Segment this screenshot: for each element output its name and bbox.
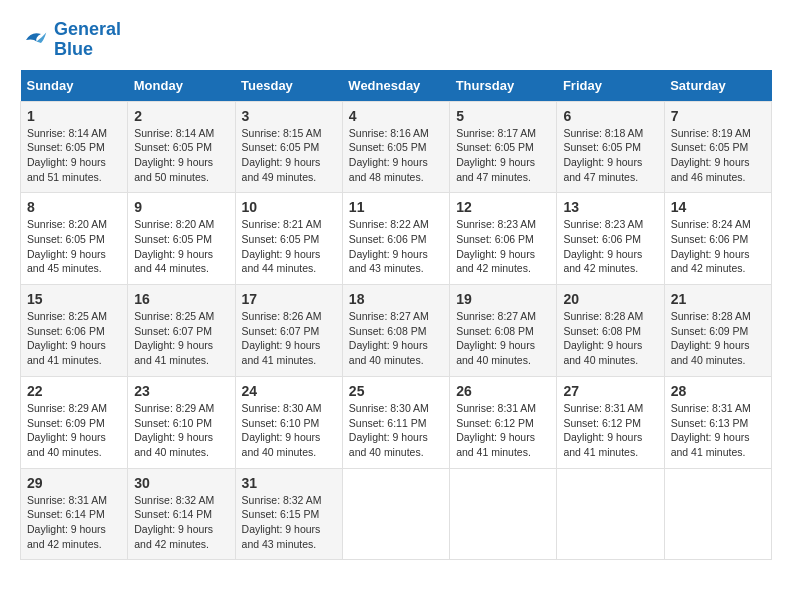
calendar-week-row: 15 Sunrise: 8:25 AM Sunset: 6:06 PM Dayl… [21, 285, 772, 377]
day-number: 25 [349, 383, 443, 399]
calendar-cell: 30 Sunrise: 8:32 AM Sunset: 6:14 PM Dayl… [128, 468, 235, 560]
header-friday: Friday [557, 70, 664, 102]
day-number: 2 [134, 108, 228, 124]
calendar-cell: 28 Sunrise: 8:31 AM Sunset: 6:13 PM Dayl… [664, 376, 771, 468]
day-number: 30 [134, 475, 228, 491]
calendar-cell: 3 Sunrise: 8:15 AM Sunset: 6:05 PM Dayli… [235, 101, 342, 193]
calendar-cell: 14 Sunrise: 8:24 AM Sunset: 6:06 PM Dayl… [664, 193, 771, 285]
day-number: 5 [456, 108, 550, 124]
calendar-table: SundayMondayTuesdayWednesdayThursdayFrid… [20, 70, 772, 561]
day-info: Sunrise: 8:25 AM Sunset: 6:06 PM Dayligh… [27, 309, 121, 368]
day-number: 9 [134, 199, 228, 215]
day-number: 21 [671, 291, 765, 307]
calendar-cell: 27 Sunrise: 8:31 AM Sunset: 6:12 PM Dayl… [557, 376, 664, 468]
day-info: Sunrise: 8:20 AM Sunset: 6:05 PM Dayligh… [27, 217, 121, 276]
day-info: Sunrise: 8:21 AM Sunset: 6:05 PM Dayligh… [242, 217, 336, 276]
day-number: 7 [671, 108, 765, 124]
day-info: Sunrise: 8:29 AM Sunset: 6:09 PM Dayligh… [27, 401, 121, 460]
calendar-week-row: 22 Sunrise: 8:29 AM Sunset: 6:09 PM Dayl… [21, 376, 772, 468]
calendar-cell: 4 Sunrise: 8:16 AM Sunset: 6:05 PM Dayli… [342, 101, 449, 193]
day-info: Sunrise: 8:27 AM Sunset: 6:08 PM Dayligh… [456, 309, 550, 368]
day-info: Sunrise: 8:29 AM Sunset: 6:10 PM Dayligh… [134, 401, 228, 460]
day-number: 13 [563, 199, 657, 215]
header-tuesday: Tuesday [235, 70, 342, 102]
day-info: Sunrise: 8:32 AM Sunset: 6:14 PM Dayligh… [134, 493, 228, 552]
calendar-cell: 26 Sunrise: 8:31 AM Sunset: 6:12 PM Dayl… [450, 376, 557, 468]
day-number: 29 [27, 475, 121, 491]
day-number: 28 [671, 383, 765, 399]
calendar-cell: 13 Sunrise: 8:23 AM Sunset: 6:06 PM Dayl… [557, 193, 664, 285]
calendar-cell: 10 Sunrise: 8:21 AM Sunset: 6:05 PM Dayl… [235, 193, 342, 285]
logo-icon [20, 25, 50, 55]
calendar-cell: 8 Sunrise: 8:20 AM Sunset: 6:05 PM Dayli… [21, 193, 128, 285]
calendar-week-row: 8 Sunrise: 8:20 AM Sunset: 6:05 PM Dayli… [21, 193, 772, 285]
day-info: Sunrise: 8:30 AM Sunset: 6:11 PM Dayligh… [349, 401, 443, 460]
header-monday: Monday [128, 70, 235, 102]
day-number: 6 [563, 108, 657, 124]
day-number: 11 [349, 199, 443, 215]
calendar-cell: 9 Sunrise: 8:20 AM Sunset: 6:05 PM Dayli… [128, 193, 235, 285]
calendar-cell [557, 468, 664, 560]
day-number: 18 [349, 291, 443, 307]
calendar-cell: 17 Sunrise: 8:26 AM Sunset: 6:07 PM Dayl… [235, 285, 342, 377]
day-info: Sunrise: 8:18 AM Sunset: 6:05 PM Dayligh… [563, 126, 657, 185]
day-info: Sunrise: 8:26 AM Sunset: 6:07 PM Dayligh… [242, 309, 336, 368]
day-info: Sunrise: 8:19 AM Sunset: 6:05 PM Dayligh… [671, 126, 765, 185]
calendar-cell: 25 Sunrise: 8:30 AM Sunset: 6:11 PM Dayl… [342, 376, 449, 468]
day-info: Sunrise: 8:15 AM Sunset: 6:05 PM Dayligh… [242, 126, 336, 185]
day-number: 23 [134, 383, 228, 399]
day-info: Sunrise: 8:24 AM Sunset: 6:06 PM Dayligh… [671, 217, 765, 276]
day-info: Sunrise: 8:14 AM Sunset: 6:05 PM Dayligh… [27, 126, 121, 185]
calendar-cell: 2 Sunrise: 8:14 AM Sunset: 6:05 PM Dayli… [128, 101, 235, 193]
logo: General Blue [20, 20, 121, 60]
calendar-cell [664, 468, 771, 560]
day-info: Sunrise: 8:31 AM Sunset: 6:14 PM Dayligh… [27, 493, 121, 552]
day-number: 10 [242, 199, 336, 215]
day-number: 27 [563, 383, 657, 399]
calendar-cell: 15 Sunrise: 8:25 AM Sunset: 6:06 PM Dayl… [21, 285, 128, 377]
calendar-week-row: 1 Sunrise: 8:14 AM Sunset: 6:05 PM Dayli… [21, 101, 772, 193]
day-number: 17 [242, 291, 336, 307]
calendar-week-row: 29 Sunrise: 8:31 AM Sunset: 6:14 PM Dayl… [21, 468, 772, 560]
day-number: 14 [671, 199, 765, 215]
header-wednesday: Wednesday [342, 70, 449, 102]
day-info: Sunrise: 8:17 AM Sunset: 6:05 PM Dayligh… [456, 126, 550, 185]
calendar-cell: 12 Sunrise: 8:23 AM Sunset: 6:06 PM Dayl… [450, 193, 557, 285]
calendar-cell: 24 Sunrise: 8:30 AM Sunset: 6:10 PM Dayl… [235, 376, 342, 468]
day-info: Sunrise: 8:27 AM Sunset: 6:08 PM Dayligh… [349, 309, 443, 368]
day-number: 4 [349, 108, 443, 124]
day-info: Sunrise: 8:32 AM Sunset: 6:15 PM Dayligh… [242, 493, 336, 552]
day-info: Sunrise: 8:31 AM Sunset: 6:12 PM Dayligh… [563, 401, 657, 460]
calendar-cell: 20 Sunrise: 8:28 AM Sunset: 6:08 PM Dayl… [557, 285, 664, 377]
day-info: Sunrise: 8:30 AM Sunset: 6:10 PM Dayligh… [242, 401, 336, 460]
day-number: 1 [27, 108, 121, 124]
day-number: 26 [456, 383, 550, 399]
calendar-header-row: SundayMondayTuesdayWednesdayThursdayFrid… [21, 70, 772, 102]
calendar-cell: 29 Sunrise: 8:31 AM Sunset: 6:14 PM Dayl… [21, 468, 128, 560]
calendar-cell [342, 468, 449, 560]
day-number: 8 [27, 199, 121, 215]
day-info: Sunrise: 8:22 AM Sunset: 6:06 PM Dayligh… [349, 217, 443, 276]
day-number: 15 [27, 291, 121, 307]
calendar-cell: 19 Sunrise: 8:27 AM Sunset: 6:08 PM Dayl… [450, 285, 557, 377]
day-info: Sunrise: 8:28 AM Sunset: 6:08 PM Dayligh… [563, 309, 657, 368]
day-info: Sunrise: 8:31 AM Sunset: 6:12 PM Dayligh… [456, 401, 550, 460]
header-thursday: Thursday [450, 70, 557, 102]
calendar-cell [450, 468, 557, 560]
calendar-cell: 23 Sunrise: 8:29 AM Sunset: 6:10 PM Dayl… [128, 376, 235, 468]
page-header: General Blue [20, 20, 772, 60]
calendar-cell: 22 Sunrise: 8:29 AM Sunset: 6:09 PM Dayl… [21, 376, 128, 468]
calendar-cell: 5 Sunrise: 8:17 AM Sunset: 6:05 PM Dayli… [450, 101, 557, 193]
day-number: 24 [242, 383, 336, 399]
header-saturday: Saturday [664, 70, 771, 102]
calendar-cell: 7 Sunrise: 8:19 AM Sunset: 6:05 PM Dayli… [664, 101, 771, 193]
day-info: Sunrise: 8:23 AM Sunset: 6:06 PM Dayligh… [563, 217, 657, 276]
calendar-cell: 31 Sunrise: 8:32 AM Sunset: 6:15 PM Dayl… [235, 468, 342, 560]
day-number: 22 [27, 383, 121, 399]
day-number: 31 [242, 475, 336, 491]
day-info: Sunrise: 8:25 AM Sunset: 6:07 PM Dayligh… [134, 309, 228, 368]
day-info: Sunrise: 8:14 AM Sunset: 6:05 PM Dayligh… [134, 126, 228, 185]
calendar-cell: 21 Sunrise: 8:28 AM Sunset: 6:09 PM Dayl… [664, 285, 771, 377]
header-sunday: Sunday [21, 70, 128, 102]
calendar-cell: 16 Sunrise: 8:25 AM Sunset: 6:07 PM Dayl… [128, 285, 235, 377]
